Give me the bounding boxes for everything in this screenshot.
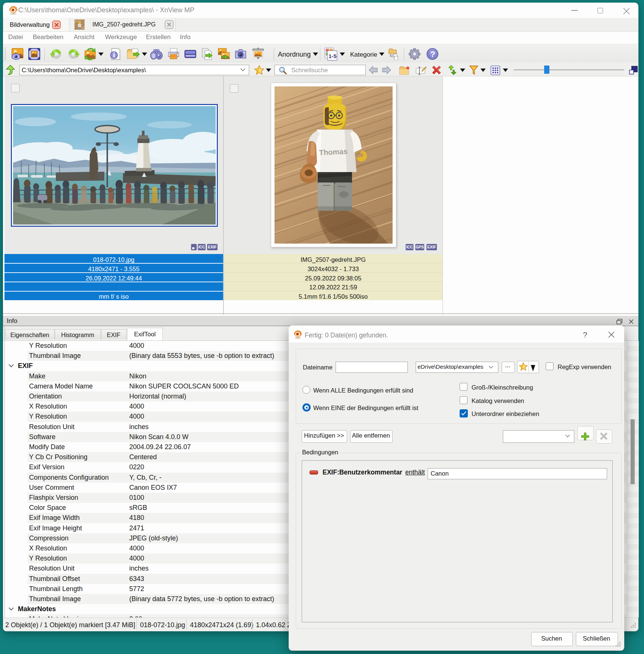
- svg-text:?: ?: [430, 50, 435, 59]
- svg-text:Thomas: Thomas: [319, 147, 348, 157]
- svg-text:1-5: 1-5: [329, 53, 337, 59]
